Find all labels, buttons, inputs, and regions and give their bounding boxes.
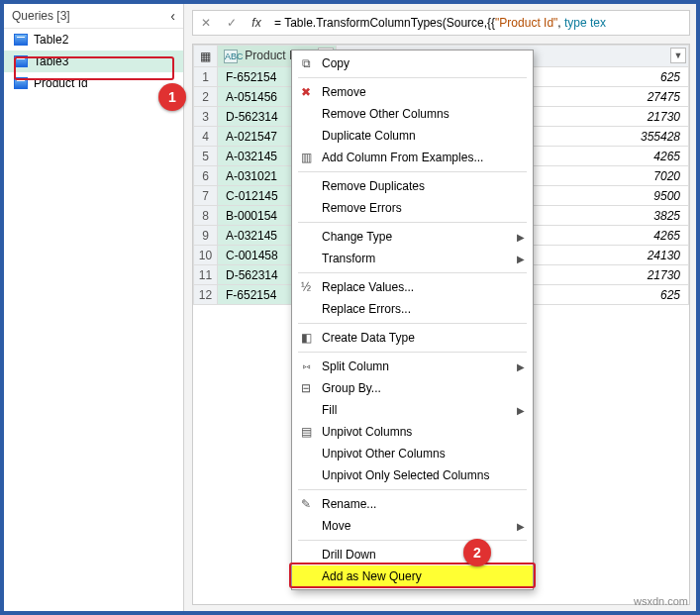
menu-move[interactable]: Move▶ [292, 515, 533, 537]
fx-icon[interactable]: fx [245, 16, 268, 30]
commit-icon[interactable]: ✓ [219, 16, 245, 30]
menu-remove-errors[interactable]: Remove Errors [292, 197, 533, 219]
row-number[interactable]: 12 [194, 285, 218, 305]
add-column-icon: ▥ [298, 151, 314, 164]
rename-icon: ✎ [298, 497, 314, 511]
menu-add-as-new-query[interactable]: Add as New Query [292, 565, 533, 587]
queries-title: Queries [3] [12, 9, 70, 23]
menu-separator [298, 352, 527, 353]
menu-label: Unpivot Only Selected Columns [322, 468, 489, 482]
row-number[interactable]: 9 [194, 226, 218, 246]
menu-drill-down[interactable]: Drill Down [292, 544, 533, 565]
menu-separator [298, 540, 527, 541]
chevron-right-icon: ▶ [517, 361, 525, 372]
queries-panel: Queries [3] ‹ Table2 Table3 Product Id [4, 4, 184, 611]
row-number[interactable]: 8 [194, 206, 218, 226]
menu-remove-duplicates[interactable]: Remove Duplicates [292, 175, 533, 197]
menu-copy[interactable]: ⧉Copy [292, 52, 533, 74]
menu-separator [298, 77, 527, 78]
formula-string: "Product Id" [495, 16, 557, 30]
menu-unpivot-other[interactable]: Unpivot Other Columns [292, 443, 533, 464]
callout-1: 1 [158, 83, 186, 111]
chevron-right-icon: ▶ [517, 254, 525, 264]
menu-label: Move [322, 519, 350, 533]
menu-label: Drill Down [322, 548, 376, 562]
chevron-right-icon: ▶ [517, 521, 525, 532]
watermark: wsxdn.com [634, 595, 688, 607]
query-item-table2[interactable]: Table2 [4, 29, 183, 51]
menu-transform[interactable]: Transform▶ [292, 248, 533, 269]
query-item-productid[interactable]: Product Id [4, 72, 183, 94]
menu-label: Remove Errors [322, 201, 402, 215]
row-number[interactable]: 5 [194, 147, 218, 166]
row-number[interactable]: 11 [194, 265, 218, 285]
menu-fill[interactable]: Fill▶ [292, 399, 533, 421]
filter-dropdown-icon[interactable]: ▼ [670, 48, 686, 63]
menu-group-by[interactable]: ⊟Group By... [292, 377, 533, 399]
menu-label: Group By... [322, 381, 381, 395]
menu-label: Transform [322, 252, 375, 265]
row-number[interactable]: 4 [194, 127, 218, 147]
callout-2: 2 [463, 539, 491, 566]
menu-label: Add as New Query [322, 569, 422, 583]
query-label: Table3 [34, 54, 68, 68]
menu-label: Duplicate Column [322, 129, 416, 143]
menu-label: Rename... [322, 497, 376, 511]
menu-label: Add Column From Examples... [322, 151, 483, 164]
chevron-right-icon: ▶ [517, 405, 525, 416]
cancel-icon[interactable]: ✕ [193, 16, 219, 30]
formula-text: , [557, 16, 564, 30]
menu-label: Remove Duplicates [322, 179, 425, 193]
formula-input[interactable]: = Table.TransformColumnTypes(Source,{{"P… [268, 16, 689, 30]
menu-change-type[interactable]: Change Type▶ [292, 226, 533, 248]
row-number[interactable]: 2 [194, 87, 218, 107]
query-label: Table2 [34, 33, 68, 47]
type-text-icon: ABC [224, 50, 238, 63]
chevron-right-icon: ▶ [517, 232, 525, 243]
menu-separator [298, 323, 527, 324]
row-number[interactable]: 3 [194, 107, 218, 127]
menu-label: Replace Errors... [322, 302, 411, 316]
formula-text: = Table.TransformColumnTypes(Source,{{ [274, 16, 495, 30]
row-number[interactable]: 7 [194, 186, 218, 206]
menu-label: Remove [322, 85, 366, 99]
queries-header[interactable]: Queries [3] ‹ [4, 4, 183, 29]
menu-label: Copy [322, 56, 350, 70]
menu-remove-other[interactable]: Remove Other Columns [292, 103, 533, 125]
menu-separator [298, 171, 527, 172]
menu-unpivot[interactable]: ▤Unpivot Columns [292, 421, 533, 443]
select-all-corner[interactable]: ▦ [194, 46, 218, 67]
row-number[interactable]: 10 [194, 246, 218, 265]
menu-separator [298, 489, 527, 490]
menu-label: Split Column [322, 359, 389, 373]
formula-bar: ✕ ✓ fx = Table.TransformColumnTypes(Sour… [192, 10, 690, 36]
unpivot-icon: ▤ [298, 425, 314, 439]
app-frame: Queries [3] ‹ Table2 Table3 Product Id ✕… [0, 0, 700, 615]
row-number[interactable]: 6 [194, 166, 218, 186]
menu-replace-errors[interactable]: Replace Errors... [292, 298, 533, 320]
menu-separator [298, 272, 527, 273]
menu-unpivot-selected[interactable]: Unpivot Only Selected Columns [292, 464, 533, 486]
menu-label: Change Type [322, 230, 392, 244]
menu-split-column[interactable]: ⑅Split Column▶ [292, 356, 533, 377]
replace-icon: ½ [298, 280, 314, 294]
table-icon [14, 55, 28, 67]
row-number[interactable]: 1 [194, 67, 218, 87]
menu-rename[interactable]: ✎Rename... [292, 493, 533, 515]
menu-label: Remove Other Columns [322, 107, 450, 121]
menu-add-examples[interactable]: ▥Add Column From Examples... [292, 147, 533, 168]
query-item-table3[interactable]: Table3 [4, 51, 183, 72]
group-icon: ⊟ [298, 381, 314, 395]
data-type-icon: ◧ [298, 331, 314, 345]
table-icon [14, 34, 28, 46]
remove-icon: ✖ [298, 85, 314, 99]
query-label: Product Id [34, 76, 88, 90]
menu-remove[interactable]: ✖Remove [292, 81, 533, 103]
chevron-left-icon[interactable]: ‹ [170, 8, 175, 24]
menu-label: Unpivot Columns [322, 425, 412, 439]
menu-label: Replace Values... [322, 280, 414, 294]
menu-duplicate[interactable]: Duplicate Column [292, 125, 533, 147]
menu-create-data-type[interactable]: ◧Create Data Type [292, 327, 533, 349]
menu-replace-values[interactable]: ½Replace Values... [292, 276, 533, 298]
copy-icon: ⧉ [298, 56, 314, 70]
